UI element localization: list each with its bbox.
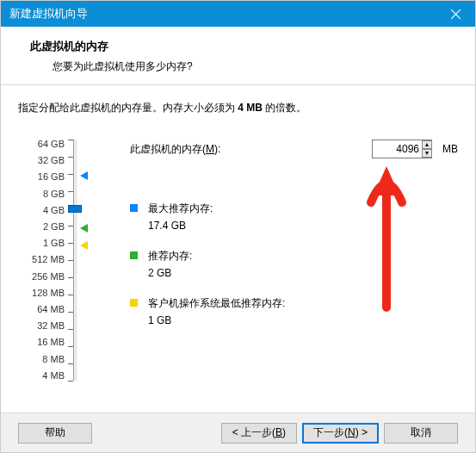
rec-recommended-value: 2 GB: [148, 267, 192, 279]
content-area: 指定分配给此虚拟机的内存量。内存大小必须为 4 MB 的倍数。 64 GB32 …: [1, 85, 475, 413]
slider-tick-label: 64 MB: [18, 305, 65, 314]
slider-tick-label: 8 MB: [18, 355, 65, 364]
spinner-up[interactable]: ▲: [422, 140, 432, 149]
slider-marker-recommended: [80, 224, 88, 233]
slider-marker-min: [80, 241, 88, 250]
memory-spinner: ▲ ▼: [422, 140, 432, 158]
slider-track: [73, 140, 77, 381]
wizard-header: 此虚拟机的内存 您要为此虚拟机使用多少内存?: [1, 27, 475, 85]
spinner-down[interactable]: ▼: [422, 149, 432, 158]
rec-recommended-label: 推荐内存:: [148, 249, 192, 264]
cancel-button[interactable]: 取消: [384, 423, 458, 444]
close-button[interactable]: [436, 1, 475, 27]
info-column: 此虚拟机的内存(M): ▲ ▼ MB 最大推荐内存:: [104, 140, 458, 381]
memory-unit: MB: [442, 143, 458, 155]
slider-tick-label: 4 GB: [18, 206, 65, 215]
memory-label: 此虚拟机的内存(M):: [130, 142, 220, 157]
slider-tick-label: 16 GB: [18, 172, 65, 182]
rec-min-block: 客户机操作系统最低推荐内存: 1 GB: [130, 296, 458, 326]
header-subtitle: 您要为此虚拟机使用多少内存?: [18, 59, 458, 74]
help-button[interactable]: 帮助: [18, 423, 92, 444]
main-row: 64 GB32 GB16 GB8 GB4 GB2 GB1 GB512 MB256…: [18, 140, 458, 381]
slider-tick-label: 512 MB: [18, 255, 65, 264]
slider-tick-label: 256 MB: [18, 272, 65, 282]
description-text: 指定分配给此虚拟机的内存量。内存大小必须为 4 MB 的倍数。: [18, 101, 458, 115]
slider-marker-max: [80, 171, 88, 180]
wizard-window: 新建虚拟机向导 此虚拟机的内存 您要为此虚拟机使用多少内存? 指定分配给此虚拟机…: [0, 0, 476, 453]
slider-tick-label: 128 MB: [18, 289, 65, 298]
back-button[interactable]: < 上一步(B): [221, 423, 297, 444]
slider-tick-label: 32 GB: [18, 156, 65, 165]
square-icon-blue: [130, 204, 138, 212]
close-icon: [451, 9, 461, 19]
memory-slider[interactable]: [65, 140, 99, 381]
rec-recommended-block: 推荐内存: 2 GB: [130, 249, 458, 279]
slider-tick-label: 64 GB: [18, 140, 65, 149]
slider-tick-label: 2 GB: [18, 222, 65, 232]
memory-input-group: ▲ ▼ MB: [372, 140, 458, 158]
rec-min-value: 1 GB: [148, 314, 285, 326]
footer: 帮助 < 上一步(B) 下一步(N) > 取消: [1, 413, 475, 452]
slider-tick-label: 32 MB: [18, 321, 65, 331]
titlebar: 新建虚拟机向导: [1, 1, 475, 27]
memory-input-row: 此虚拟机的内存(M): ▲ ▼ MB: [130, 140, 458, 158]
rec-max-value: 17.4 GB: [148, 220, 213, 232]
header-title: 此虚拟机的内存: [18, 39, 458, 54]
rec-max-label: 最大推荐内存:: [148, 202, 213, 216]
slider-thumb[interactable]: [68, 205, 82, 213]
slider-tick-labels: 64 GB32 GB16 GB8 GB4 GB2 GB1 GB512 MB256…: [18, 140, 65, 381]
square-icon-yellow: [130, 299, 138, 307]
rec-max-block: 最大推荐内存: 17.4 GB: [130, 202, 458, 232]
window-title: 新建虚拟机向导: [9, 6, 88, 22]
rec-min-label: 客户机操作系统最低推荐内存:: [148, 296, 285, 311]
square-icon-green: [130, 251, 138, 259]
next-button[interactable]: 下一步(N) >: [302, 423, 379, 444]
slider-tick-label: 8 GB: [18, 189, 65, 199]
slider-tick-label: 1 GB: [18, 239, 65, 248]
slider-tick-label: 4 MB: [18, 371, 65, 381]
slider-tick-label: 16 MB: [18, 338, 65, 347]
slider-column: 64 GB32 GB16 GB8 GB4 GB2 GB1 GB512 MB256…: [18, 140, 104, 381]
